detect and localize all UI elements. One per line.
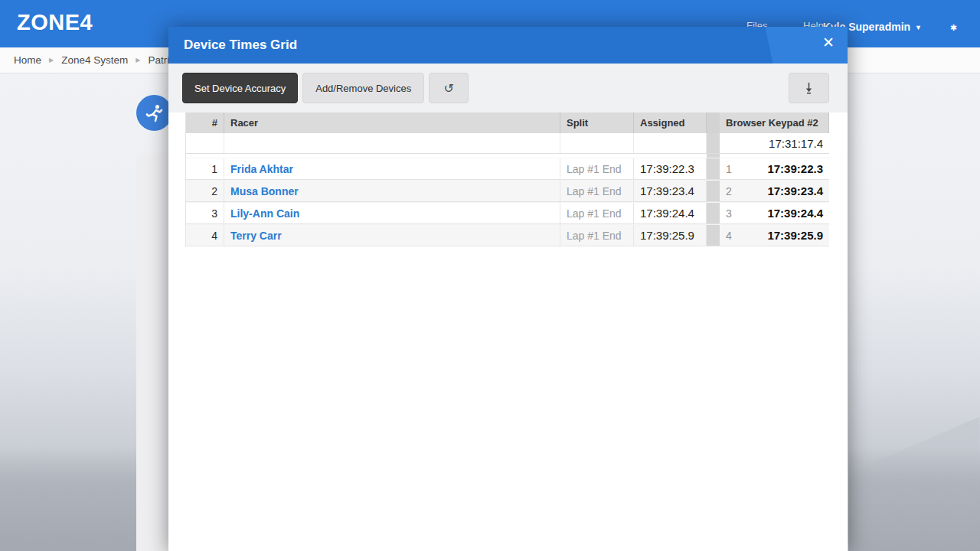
- star-icon[interactable]: ✱: [950, 23, 957, 33]
- chevron-down-icon: ▼: [915, 24, 922, 31]
- breadcrumb-separator-icon: ▶: [49, 57, 54, 64]
- table-row: 4 Terry Carr Lap #1 End 17:39:25.9 4 17:…: [186, 224, 829, 246]
- split-cell: Lap #1 End: [560, 203, 634, 223]
- racer-cell: Lily-Ann Cain: [224, 203, 560, 223]
- modal-toolbar: Set Device Accuracy Add/Remove Devices ↺: [168, 64, 848, 112]
- table-row: 2 Musa Bonner Lap #1 End 17:39:23.4 2 17…: [186, 180, 829, 202]
- assigned-time-cell: 17:39:24.4: [634, 203, 707, 223]
- racer-cell: Frida Akhtar: [224, 158, 560, 179]
- download-button[interactable]: [789, 73, 829, 103]
- row-number-cell: 4: [186, 225, 224, 246]
- device-times-table: # Racer Split Assigned Browser Keypad #2…: [185, 112, 829, 246]
- assigned-time-cell: 17:39:22.3: [634, 158, 707, 179]
- device-times-grid-modal: Device Times Grid ✕ Set Device Accuracy …: [168, 27, 848, 551]
- device-latest-time: 17:31:17.4: [720, 133, 829, 153]
- column-header-num: #: [186, 112, 224, 133]
- racer-cell: Terry Carr: [224, 225, 560, 246]
- split-cell: Lap #1 End: [560, 225, 634, 246]
- assigned-time-cell: 17:39:23.4: [634, 181, 707, 201]
- device-time-cell: 17:39:22.3: [755, 158, 829, 179]
- breadcrumb-zone4-system[interactable]: Zone4 System: [61, 54, 128, 66]
- device-index-cell: 4: [720, 225, 755, 246]
- breadcrumb-separator-icon: ▶: [136, 57, 140, 64]
- split-cell: Lap #1 End: [560, 158, 634, 179]
- column-gap: [707, 225, 720, 246]
- zone4-logo[interactable]: ZONE4: [17, 10, 93, 35]
- close-icon[interactable]: ✕: [822, 35, 835, 50]
- column-header-device: Browser Keypad #2: [720, 112, 829, 133]
- empty-cell: [634, 133, 707, 153]
- column-gap: [707, 203, 720, 223]
- refresh-button[interactable]: ↺: [429, 73, 469, 103]
- device-index-cell: 3: [720, 203, 755, 223]
- device-time-cell: 17:39:23.4: [755, 181, 829, 201]
- empty-cell: [224, 133, 560, 153]
- column-gap: [707, 158, 720, 179]
- row-number-cell: 3: [186, 203, 224, 223]
- table-spacer: [186, 154, 829, 158]
- modal-title: Device Times Grid: [168, 37, 297, 53]
- table-row: 1 Frida Akhtar Lap #1 End 17:39:22.3 1 1…: [186, 158, 829, 180]
- column-header-assigned: Assigned: [634, 112, 707, 133]
- row-number-cell: 1: [186, 158, 224, 179]
- refresh-icon: ↺: [444, 81, 454, 96]
- add-remove-devices-button[interactable]: Add/Remove Devices: [302, 73, 424, 103]
- column-header-racer: Racer: [224, 112, 560, 133]
- set-device-accuracy-button[interactable]: Set Device Accuracy: [182, 73, 298, 103]
- racer-link[interactable]: Frida Akhtar: [230, 163, 293, 175]
- racer-link[interactable]: Terry Carr: [230, 230, 282, 242]
- split-cell: Lap #1 End: [560, 181, 634, 201]
- breadcrumb-home[interactable]: Home: [14, 54, 41, 66]
- column-gap: [707, 133, 720, 153]
- device-index-cell: 2: [720, 181, 755, 201]
- empty-cell: [560, 133, 634, 153]
- modal-header: Device Times Grid ✕: [168, 27, 848, 64]
- device-latest-time-row: 17:31:17.4: [186, 133, 829, 154]
- device-index-cell: 1: [720, 158, 755, 179]
- device-time-cell: 17:39:24.4: [755, 203, 829, 223]
- column-gap: [707, 112, 720, 133]
- device-time-cell: 17:39:25.9: [755, 225, 829, 246]
- runner-icon: [136, 95, 172, 131]
- row-number-cell: 2: [186, 181, 224, 201]
- download-icon: [804, 82, 814, 94]
- racer-link[interactable]: Musa Bonner: [230, 185, 299, 197]
- column-gap: [707, 181, 720, 201]
- assigned-time-cell: 17:39:25.9: [634, 225, 707, 246]
- table-rows: 1 Frida Akhtar Lap #1 End 17:39:22.3 1 1…: [186, 158, 829, 246]
- racer-cell: Musa Bonner: [224, 181, 560, 201]
- table-row: 3 Lily-Ann Cain Lap #1 End 17:39:24.4 3 …: [186, 202, 829, 224]
- empty-cell: [186, 133, 224, 153]
- table-header-row: # Racer Split Assigned Browser Keypad #2: [186, 112, 829, 133]
- racer-link[interactable]: Lily-Ann Cain: [230, 207, 299, 220]
- column-header-split: Split: [560, 112, 634, 133]
